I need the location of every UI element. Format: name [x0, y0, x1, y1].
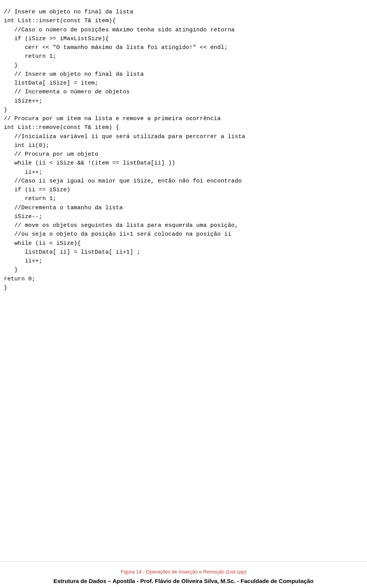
- footer-title: Estrutura de Dados – Apostila - Prof. Fl…: [4, 578, 363, 584]
- code-container: // Insere um objeto no final da lista in…: [0, 0, 367, 562]
- code-block: // Insere um objeto no final da lista in…: [4, 8, 356, 292]
- footer-caption: Figura 14 - Operações de Inserção e Remo…: [4, 569, 363, 575]
- footer: Figura 14 - Operações de Inserção e Remo…: [0, 562, 367, 588]
